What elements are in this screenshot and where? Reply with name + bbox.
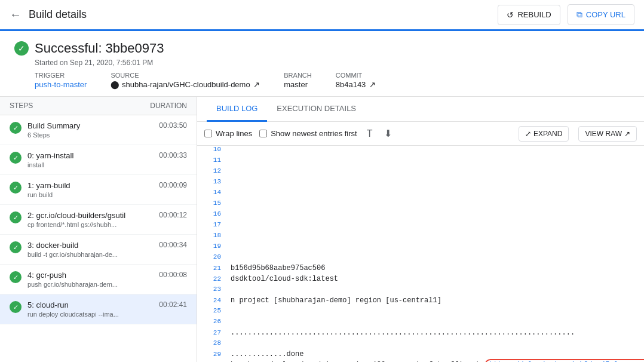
download-button[interactable]: ⬇ bbox=[382, 125, 394, 142]
meta-source: Source ⬤ shubha-rajan/vGHC-cloudbuild-de… bbox=[111, 72, 260, 89]
step-duration: 00:03:50 bbox=[159, 121, 187, 130]
step-duration: 00:00:08 bbox=[159, 271, 187, 279]
line-number[interactable]: 19 bbox=[202, 243, 221, 250]
line-number[interactable]: 10 bbox=[202, 146, 221, 153]
wrap-lines-checkbox-label[interactable]: Wrap lines bbox=[204, 129, 252, 138]
log-line: 10 bbox=[197, 146, 644, 157]
expand-icon: ⤢ bbox=[525, 130, 531, 138]
step-item[interactable]: ✓Build Summary6 Steps00:03:50 bbox=[0, 115, 197, 145]
steps-list: ✓Build Summary6 Steps00:03:50✓0: yarn-in… bbox=[0, 115, 197, 324]
line-number[interactable]: 14 bbox=[202, 189, 221, 196]
wrap-lines-label: Wrap lines bbox=[216, 129, 252, 138]
log-line: 27......................................… bbox=[197, 329, 644, 339]
tab-build-log[interactable]: BUILD LOG bbox=[207, 97, 267, 122]
step-name: 3: docker-build bbox=[27, 241, 153, 250]
step-item[interactable]: ✓3: docker-buildbuild -t gcr.io/shubhara… bbox=[0, 235, 197, 265]
step-item[interactable]: ✓4: gcr-pushpush gcr.io/shubharajan-dem.… bbox=[0, 265, 197, 294]
trigger-link[interactable]: push-to-master bbox=[35, 80, 87, 89]
copy-url-button[interactable]: ⧉ COPY URL bbox=[568, 4, 634, 25]
log-line: 15 bbox=[197, 200, 644, 210]
line-number[interactable]: 26 bbox=[202, 318, 221, 325]
line-number[interactable]: 23 bbox=[202, 286, 221, 293]
line-number[interactable]: 15 bbox=[202, 200, 221, 207]
line-number[interactable]: 28 bbox=[202, 339, 221, 346]
view-raw-external-icon: ↗ bbox=[624, 130, 630, 138]
line-number[interactable]: 24 bbox=[202, 297, 221, 304]
log-line: 14 bbox=[197, 189, 644, 200]
source-label: Source bbox=[111, 72, 260, 79]
log-line: 12 bbox=[197, 167, 644, 178]
step-info: 3: docker-buildbuild -t gcr.io/shubharaj… bbox=[27, 241, 153, 258]
step-name: Build Summary bbox=[27, 121, 153, 130]
line-text: ........................................… bbox=[231, 329, 639, 337]
top-bar: ← Build details ↺ REBUILD ⧉ COPY URL bbox=[0, 0, 644, 31]
step-item[interactable]: ✓2: gcr.io/cloud-builders/gsutilcp front… bbox=[0, 205, 197, 235]
step-subtitle: 6 Steps bbox=[27, 131, 153, 139]
line-number[interactable]: 18 bbox=[202, 232, 221, 239]
step-duration: 00:00:34 bbox=[159, 241, 187, 249]
line-number[interactable]: 11 bbox=[202, 157, 221, 164]
line-number[interactable]: 27 bbox=[202, 329, 221, 336]
show-newest-checkbox-label[interactable]: Show newest entries first bbox=[259, 129, 357, 138]
step-info: 0: yarn-installinstall bbox=[27, 151, 153, 168]
branch-value: master bbox=[284, 80, 308, 89]
log-line: 16 bbox=[197, 210, 644, 221]
back-button[interactable]: ← bbox=[10, 8, 22, 22]
body-split: Steps Duration ✓Build Summary6 Steps00:0… bbox=[0, 97, 644, 362]
rebuild-button[interactable]: ↺ REBUILD bbox=[498, 5, 560, 25]
step-subtitle: build -t gcr.io/shubharajan-de... bbox=[27, 251, 153, 258]
step-success-icon: ✓ bbox=[10, 122, 22, 134]
step-duration: 00:02:41 bbox=[159, 300, 187, 309]
github-icon: ⬤ bbox=[111, 80, 122, 89]
step-item[interactable]: ✓1: yarn-buildrun build00:00:09 bbox=[0, 175, 197, 205]
meta-commit: Commit 8b4a143 ↗ bbox=[336, 72, 376, 89]
line-text: dsdktool/cloud-sdk:latest bbox=[231, 275, 639, 283]
line-number[interactable]: 12 bbox=[202, 167, 221, 174]
step-item[interactable]: ✓0: yarn-installinstall00:00:33 bbox=[0, 145, 197, 175]
line-number[interactable]: 13 bbox=[202, 178, 221, 185]
log-line: 11 bbox=[197, 157, 644, 167]
source-link[interactable]: ⬤ shubha-rajan/vGHC-cloudbuild-demo ↗ bbox=[111, 80, 260, 89]
build-started: Started on Sep 21, 2020, 7:56:01 PM bbox=[35, 59, 630, 67]
line-number[interactable]: 20 bbox=[202, 253, 221, 260]
line-number[interactable]: 17 bbox=[202, 221, 221, 228]
line-number[interactable]: 25 bbox=[202, 307, 221, 314]
line-number[interactable]: 21 bbox=[202, 265, 221, 272]
log-line: 20 bbox=[197, 253, 644, 264]
step-name: 1: yarn-build bbox=[27, 181, 153, 190]
steps-sidebar: Steps Duration ✓Build Summary6 Steps00:0… bbox=[0, 97, 197, 362]
commit-external-icon: ↗ bbox=[369, 80, 376, 89]
log-lines-container: 101112131415161718192021b156d95b68aabe97… bbox=[197, 146, 644, 362]
step-duration: 00:00:12 bbox=[159, 211, 187, 219]
log-line: 19 bbox=[197, 243, 644, 253]
view-raw-button[interactable]: VIEW RAW ↗ bbox=[578, 126, 637, 142]
log-line: 22dsdktool/cloud-sdk:latest bbox=[197, 275, 644, 286]
step-item[interactable]: ✓5: cloud-runrun deploy cloudcatsapi --i… bbox=[0, 294, 197, 324]
log-tabs: BUILD LOG EXECUTION DETAILS bbox=[197, 97, 644, 122]
line-number[interactable]: 16 bbox=[202, 210, 221, 217]
log-line: 18 bbox=[197, 232, 644, 243]
expand-button[interactable]: ⤢ EXPAND bbox=[519, 126, 569, 142]
step-success-icon: ✓ bbox=[10, 211, 22, 223]
log-panel: BUILD LOG EXECUTION DETAILS Wrap lines S… bbox=[197, 97, 644, 362]
step-duration: 00:00:09 bbox=[159, 181, 187, 189]
external-link-icon: ↗ bbox=[253, 80, 260, 89]
show-newest-checkbox[interactable] bbox=[259, 130, 267, 137]
log-line: 17 bbox=[197, 221, 644, 232]
line-text: .............done bbox=[231, 350, 639, 358]
commit-link[interactable]: 8b4a143 ↗ bbox=[336, 80, 376, 89]
font-size-button[interactable]: T bbox=[364, 126, 375, 142]
tab-execution-details[interactable]: EXECUTION DETAILS bbox=[267, 97, 366, 122]
line-number[interactable]: 29 bbox=[202, 351, 221, 358]
step-subtitle: cp frontend/*.html gs://shubh... bbox=[27, 221, 153, 228]
step-name: 0: yarn-install bbox=[27, 151, 153, 160]
step-name: 2: gcr.io/cloud-builders/gsutil bbox=[27, 211, 153, 220]
step-info: 2: gcr.io/cloud-builders/gsutilcp fronte… bbox=[27, 211, 153, 228]
log-toolbar: Wrap lines Show newest entries first T ⬇… bbox=[197, 122, 644, 146]
log-line: 24n project [shubharajan-demo] region [u… bbox=[197, 296, 644, 307]
deployed-url[interactable]: https://cloudcatsapi-k3dzw45ylq-uc.a.run… bbox=[484, 359, 644, 362]
line-text: b156d95b68aabe975ac506 bbox=[231, 264, 639, 272]
wrap-lines-checkbox[interactable] bbox=[204, 130, 212, 137]
trigger-label: Trigger bbox=[35, 72, 87, 79]
line-number[interactable]: 22 bbox=[202, 275, 221, 283]
